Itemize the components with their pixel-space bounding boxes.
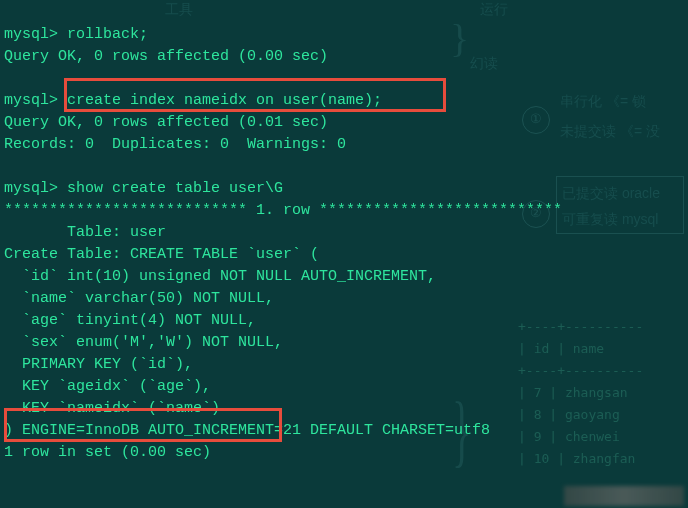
output-line: `sex` enum('M','W') NOT NULL, (4, 334, 283, 351)
output-line: Query OK, 0 rows affected (0.00 sec) (4, 48, 328, 65)
output-line: `name` varchar(50) NOT NULL, (4, 290, 274, 307)
output-line: Query OK, 0 rows affected (0.01 sec) (4, 114, 328, 131)
output-line: KEY `nameidx` (`name`) (4, 400, 220, 417)
mysql-prompt: mysql> (4, 26, 58, 43)
output-line: `age` tinyint(4) NOT NULL, (4, 312, 256, 329)
cmd-create-index: create index nameidx on user(name); (58, 92, 382, 109)
output-line: ) ENGINE=InnoDB AUTO_INCREMENT=21 DEFAUL… (4, 422, 490, 439)
row-separator: *************************** 1. row *****… (4, 202, 562, 219)
output-line: 1 row in set (0.00 sec) (4, 444, 211, 461)
mysql-prompt: mysql> (4, 180, 58, 197)
output-line: Create Table: CREATE TABLE `user` ( (4, 246, 319, 263)
output-line: PRIMARY KEY (`id`), (4, 356, 193, 373)
blur-overlay (564, 486, 684, 506)
terminal[interactable]: mysql> rollback; Query OK, 0 rows affect… (0, 0, 688, 508)
output-line: Records: 0 Duplicates: 0 Warnings: 0 (4, 136, 346, 153)
output-line: Table: user (4, 224, 166, 241)
output-line: KEY `ageidx` (`age`), (4, 378, 211, 395)
cmd-rollback: rollback; (58, 26, 148, 43)
mysql-prompt: mysql> (4, 92, 58, 109)
output-line: `id` int(10) unsigned NOT NULL AUTO_INCR… (4, 268, 436, 285)
cmd-show-create: show create table user\G (58, 180, 283, 197)
